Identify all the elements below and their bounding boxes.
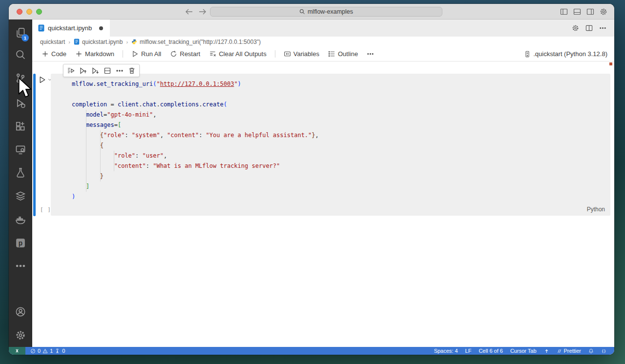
variables-icon xyxy=(284,50,291,58)
minimize-window-button[interactable] xyxy=(26,9,32,15)
status-cursor-tab[interactable]: Cursor Tab xyxy=(510,348,537,354)
status-prettier[interactable]: Prettier xyxy=(557,348,581,354)
code-line[interactable]: messages=[ xyxy=(72,120,610,130)
breadcrumb-separator: › xyxy=(67,39,71,45)
code-line[interactable]: model="gpt-4o-mini", xyxy=(72,110,610,120)
code-line[interactable]: "role": "user", xyxy=(72,151,610,161)
split-cell-icon[interactable] xyxy=(104,67,111,75)
docker-icon xyxy=(15,214,26,225)
testing-icon xyxy=(15,167,26,178)
activity-bar-item-docker[interactable] xyxy=(9,213,32,226)
run-debug-icon xyxy=(15,98,26,109)
activity-bar-item-database[interactable] xyxy=(9,189,32,203)
code-line[interactable]: "content": "What is an MLflow tracking s… xyxy=(72,161,610,171)
status-error[interactable]: 0 xyxy=(30,348,41,354)
activity-bar-item-account[interactable] xyxy=(9,305,32,319)
split-editor-icon[interactable] xyxy=(585,24,593,32)
indent-guide xyxy=(114,151,114,171)
notebook-icon xyxy=(74,39,80,45)
search-icon xyxy=(299,9,305,15)
status-lf[interactable]: LF xyxy=(465,348,472,354)
bell-icon xyxy=(588,348,594,354)
code-line[interactable]: mlflow.set_tracking_uri("http://127.0.0.… xyxy=(72,79,610,89)
notebook-settings-icon[interactable] xyxy=(572,24,579,32)
execution-count: [ ] xyxy=(40,206,51,213)
status-braces[interactable]: {} xyxy=(601,348,606,354)
svg-text:p: p xyxy=(19,240,22,247)
navigate-back-icon[interactable] xyxy=(185,8,193,16)
code-line[interactable]: { xyxy=(72,141,610,151)
run-below-icon[interactable] xyxy=(91,67,99,75)
activity-bar-item-search[interactable] xyxy=(9,48,32,61)
cell-language-picker[interactable]: Python xyxy=(587,206,605,213)
delete-icon[interactable] xyxy=(128,67,136,75)
activity-bar-item-run-debug[interactable] xyxy=(9,97,32,110)
toggle-panel-bottom-icon[interactable] xyxy=(573,8,581,16)
kernel-picker[interactable]: .quickstart (Python 3.12.8) xyxy=(524,50,607,58)
activity-bar-item-source-control[interactable] xyxy=(9,71,32,85)
activity-bar-item-extensions[interactable] xyxy=(9,120,32,133)
prettier-slash-icon xyxy=(557,348,562,354)
toolbar-run-all-button[interactable]: Run All xyxy=(128,49,165,59)
remote-explorer-icon xyxy=(15,144,26,155)
more-icon[interactable] xyxy=(116,67,124,75)
breadcrumb-item[interactable]: mlflow.set_tracking_uri("http://127.0.0.… xyxy=(131,39,261,45)
workspace-title: mlflow-examples xyxy=(308,8,353,15)
activity-bar-item-more[interactable] xyxy=(9,259,32,273)
activity-bar-item-explorer[interactable]: 1 xyxy=(9,26,32,40)
code-line[interactable]: {"role": "system", "content": "You are a… xyxy=(72,130,610,141)
toolbar-clear-all-outputs-button[interactable]: Clear All Outputs xyxy=(206,49,270,59)
tracking-uri-link[interactable]: http://127.0.0.1:5003 xyxy=(160,81,234,87)
toggle-panel-right-icon[interactable] xyxy=(586,8,594,16)
notebook-body: mlflow.set_tracking_uri("http://127.0.0.… xyxy=(32,61,614,347)
activity-bar-item-settings[interactable] xyxy=(9,328,32,342)
navigate-forward-icon[interactable] xyxy=(198,8,207,16)
activity-bar-item-testing[interactable] xyxy=(9,166,32,180)
command-center-search[interactable]: mlflow-examples xyxy=(210,7,442,17)
error-icon xyxy=(30,348,36,354)
cell-hover-toolbar xyxy=(63,64,140,77)
code-line[interactable] xyxy=(72,89,610,100)
status-arrow-up[interactable] xyxy=(544,348,549,354)
code-line[interactable]: ) xyxy=(72,192,610,202)
status-warning[interactable]: 1 xyxy=(42,348,53,354)
toolbar-restart-button[interactable]: Restart xyxy=(167,49,204,59)
overview-ruler-modified-marker xyxy=(609,62,612,65)
more-icon xyxy=(367,50,374,58)
status-ports[interactable]: 0 xyxy=(55,348,65,354)
activity-bar-item-remote-explorer[interactable] xyxy=(9,143,32,157)
code-cell-editor[interactable]: mlflow.set_tracking_uri("http://127.0.0.… xyxy=(51,74,610,216)
toolbar-code-button[interactable]: Code xyxy=(38,49,70,59)
zoom-window-button[interactable] xyxy=(36,9,42,15)
add-icon xyxy=(75,50,83,58)
toolbar-more-button[interactable] xyxy=(363,49,377,59)
svg-text:{}: {} xyxy=(602,349,606,353)
cell-focus-indicator xyxy=(33,74,36,216)
code-line[interactable]: ] xyxy=(72,182,610,192)
close-window-button[interactable] xyxy=(17,9,22,15)
status-spaces-4[interactable]: Spaces: 4 xyxy=(434,348,458,354)
remote-icon xyxy=(14,348,20,354)
toolbar-variables-button[interactable]: Variables xyxy=(280,49,323,59)
status-bell[interactable] xyxy=(588,348,594,354)
breadcrumb-item[interactable]: quickstart xyxy=(40,39,65,45)
customize-layout-icon[interactable] xyxy=(600,8,607,16)
unsaved-changes-dot[interactable] xyxy=(99,26,103,30)
toolbar-markdown-button[interactable]: Markdown xyxy=(72,49,118,59)
code-line[interactable]: } xyxy=(72,171,610,182)
settings-icon xyxy=(15,330,26,341)
activity-bar-item-prettier[interactable]: p xyxy=(9,236,32,250)
remote-indicator[interactable] xyxy=(9,347,25,355)
activity-bar: 1 p xyxy=(9,20,32,347)
status-cell-6-of-6[interactable]: Cell 6 of 6 xyxy=(479,348,503,354)
breadcrumb-item[interactable]: quickstart.ipynb xyxy=(74,39,123,45)
code-line[interactable]: completion = client.chat.completions.cre… xyxy=(72,100,610,110)
toolbar-outline-button[interactable]: Outline xyxy=(325,49,361,59)
python-icon xyxy=(131,39,137,45)
desktop: { "window": { "search_label": "mlflow-ex… xyxy=(0,0,625,364)
tab-quickstart-ipynb[interactable]: quickstart.ipynb xyxy=(32,20,110,37)
more-icon[interactable] xyxy=(599,24,606,32)
run-above-icon[interactable] xyxy=(79,67,87,75)
run-by-line-icon[interactable] xyxy=(67,67,75,75)
toggle-panel-left-icon[interactable] xyxy=(560,8,568,16)
